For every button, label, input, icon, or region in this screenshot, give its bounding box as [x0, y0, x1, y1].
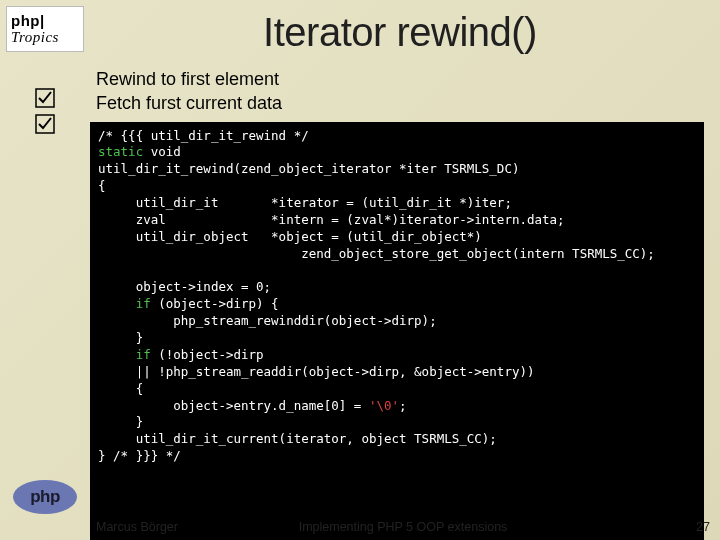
bullet-icons — [0, 88, 90, 134]
footer: Marcus Börger Implementing PHP 5 OOP ext… — [96, 520, 710, 534]
slide: php| Tropics php Iterator rewind() Rewin… — [0, 0, 720, 540]
code-block: /* {{{ util_dir_it_rewind */ static void… — [90, 122, 704, 540]
checkbox-icon — [35, 88, 55, 108]
sidebar: php| Tropics php — [0, 0, 90, 540]
php-tropics-logo: php| Tropics — [6, 6, 84, 52]
php-logo-text: php — [30, 487, 60, 507]
logo-text-php: php| — [11, 13, 45, 28]
bullet-line: Fetch furst current data — [96, 91, 710, 115]
main-content: Iterator rewind() Rewind to first elemen… — [90, 0, 720, 540]
bullet-line: Rewind to first element — [96, 67, 710, 91]
logo-text-tropics: Tropics — [11, 30, 59, 45]
bullet-text-block: Rewind to first element Fetch furst curr… — [96, 67, 710, 116]
php-logo: php — [13, 480, 77, 514]
footer-title: Implementing PHP 5 OOP extensions — [96, 520, 710, 534]
slide-title: Iterator rewind() — [90, 10, 710, 55]
checkbox-icon — [35, 114, 55, 134]
